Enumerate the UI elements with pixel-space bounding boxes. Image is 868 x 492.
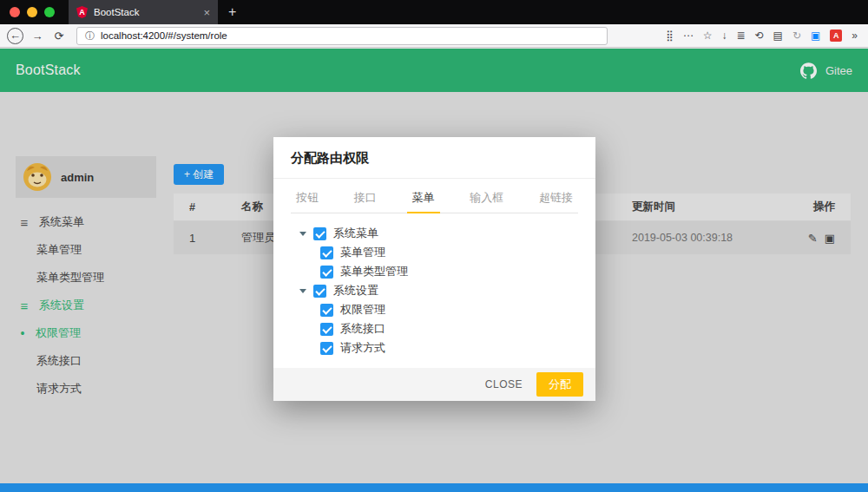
window-controls [0, 7, 63, 17]
tree-node-label: 系统接口 [340, 321, 385, 337]
back-button[interactable]: ← [7, 28, 23, 44]
history-icon[interactable]: ↻ [792, 30, 801, 41]
checkbox-checked[interactable] [320, 266, 333, 279]
checkbox-checked[interactable] [313, 227, 326, 240]
toolbar-icons: ⣿ ⋯ ☆ ↓ ≣ ⟲ ▤ ↻ ▣ A » [666, 30, 861, 42]
angular-favicon-icon: A [76, 6, 88, 18]
assign-permissions-modal: 分配路由权限 按钮 接口 菜单 输入框 超链接 系统菜单 菜单管理 菜单类型管理 [273, 137, 595, 401]
minimize-window-button[interactable] [27, 7, 37, 17]
tab-hyperlink[interactable]: 超链接 [534, 182, 578, 213]
collapse-caret-icon[interactable] [299, 232, 306, 236]
overflow-menu-icon[interactable]: ⋯ [683, 30, 694, 41]
more-tools-icon[interactable]: » [852, 30, 858, 41]
screenshot-extension-icon[interactable]: ▣ [811, 30, 820, 41]
checkbox-checked[interactable] [320, 304, 333, 317]
checkbox-checked[interactable] [320, 342, 333, 355]
browser-nav-bar: ← → ⟳ ⓘ localhost:4200/#/system/role ⣿ ⋯… [0, 24, 868, 48]
modal-tabs: 按钮 接口 菜单 输入框 超链接 [291, 182, 578, 213]
sidebar-toggle-icon[interactable]: ▤ [773, 30, 783, 41]
tree-node-child: 菜单管理 [320, 243, 569, 262]
tree-node-child: 请求方式 [320, 338, 569, 358]
sync-icon[interactable]: ⟲ [755, 30, 764, 41]
close-button[interactable]: CLOSE [485, 378, 523, 390]
forward-button[interactable]: → [30, 30, 45, 42]
tree-node-label: 系统菜单 [333, 226, 378, 241]
tab-title: BootStack [94, 7, 197, 17]
tree-node-label: 菜单类型管理 [340, 264, 408, 279]
new-tab-button[interactable]: + [228, 5, 236, 19]
maximize-window-button[interactable] [44, 7, 55, 17]
downloads-icon[interactable]: ↓ [721, 30, 727, 41]
browser-tab[interactable]: A BootStack × [69, 0, 218, 24]
grid-icon[interactable]: ⣿ [666, 30, 674, 41]
pdf-extension-icon[interactable]: A [830, 30, 842, 42]
tree-node-child: 系统接口 [320, 319, 569, 338]
checkbox-checked[interactable] [320, 323, 333, 336]
url-text: localhost:4200/#/system/role [101, 30, 227, 41]
browser-tab-bar: A BootStack × + [0, 0, 868, 24]
tree-node-parent: 系统菜单 [299, 224, 569, 243]
tree-node-child: 菜单类型管理 [320, 262, 569, 281]
tree-node-label: 系统设置 [333, 283, 378, 298]
modal-footer: CLOSE 分配 [273, 368, 595, 401]
site-info-icon[interactable]: ⓘ [85, 31, 95, 41]
tree-node-label: 权限管理 [340, 302, 385, 318]
page: BootStack Gitee admin ≡ 系统菜单 [0, 49, 868, 492]
tree-node-label: 菜单管理 [340, 245, 385, 260]
tree-node-label: 请求方式 [340, 340, 385, 356]
checkbox-checked[interactable] [313, 285, 326, 298]
tree-node-parent: 系统设置 [299, 281, 569, 300]
tab-input[interactable]: 输入框 [464, 182, 509, 213]
checkbox-checked[interactable] [320, 246, 333, 259]
bookmark-star-icon[interactable]: ☆ [703, 30, 713, 41]
tab-menu[interactable]: 菜单 [407, 182, 440, 213]
reload-button[interactable]: ⟳ [51, 30, 67, 42]
tree-node-child: 权限管理 [320, 300, 569, 319]
library-icon[interactable]: ≣ [736, 30, 745, 41]
tab-api[interactable]: 接口 [349, 182, 382, 213]
permission-tree: 系统菜单 菜单管理 菜单类型管理 系统设置 权限管理 系统接口 [273, 213, 595, 358]
close-window-button[interactable] [10, 7, 20, 17]
modal-title: 分配路由权限 [273, 137, 595, 179]
tab-button[interactable]: 按钮 [291, 182, 324, 213]
tab-close-icon[interactable]: × [203, 7, 210, 18]
assign-button[interactable]: 分配 [536, 372, 583, 397]
url-bar[interactable]: ⓘ localhost:4200/#/system/role [76, 27, 608, 45]
collapse-caret-icon[interactable] [299, 289, 306, 293]
